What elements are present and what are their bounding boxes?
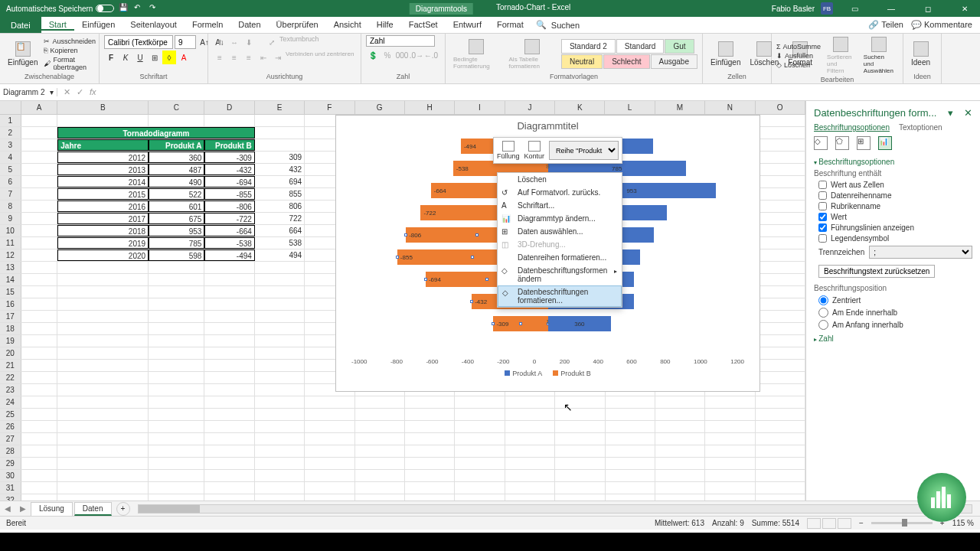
cell[interactable] (606, 409, 655, 420)
cell[interactable] (255, 139, 305, 151)
tab-format[interactable]: Format (489, 20, 531, 29)
cell[interactable] (255, 127, 305, 139)
cell[interactable] (405, 433, 455, 445)
cell[interactable] (555, 433, 605, 445)
bold-button[interactable]: F (104, 51, 118, 64)
cell[interactable] (255, 262, 305, 273)
ideas-button[interactable]: Ideen (908, 40, 933, 68)
cell[interactable]: Tornadodiagramm (57, 127, 254, 139)
cell[interactable] (21, 115, 58, 126)
cell[interactable] (405, 482, 455, 494)
maximize-icon[interactable]: ◻ (913, 0, 943, 17)
label-options-section[interactable]: Beschriftungsoptionen (814, 158, 972, 166)
cell[interactable]: 598 (149, 249, 204, 261)
col-header[interactable]: I (455, 101, 505, 114)
cell[interactable] (405, 470, 455, 481)
col-header[interactable]: N (705, 101, 755, 114)
cell[interactable] (57, 409, 149, 420)
cell[interactable] (655, 445, 705, 457)
cell[interactable] (204, 458, 254, 469)
cell[interactable] (655, 470, 705, 481)
cell[interactable] (21, 188, 58, 200)
cell[interactable] (149, 396, 204, 408)
cell[interactable] (149, 482, 204, 494)
cell[interactable] (57, 298, 149, 310)
cell[interactable] (655, 458, 705, 469)
cell[interactable]: 601 (149, 201, 204, 212)
cell[interactable] (149, 335, 204, 347)
cell[interactable] (57, 274, 149, 285)
tab-einfügen[interactable]: Einfügen (74, 20, 122, 29)
row-header[interactable]: 20 (0, 347, 21, 359)
cell[interactable] (655, 433, 705, 445)
page-break-icon[interactable] (838, 518, 851, 529)
cell[interactable]: 694 (255, 176, 305, 187)
cell[interactable] (21, 323, 58, 334)
cell[interactable] (204, 323, 254, 334)
context-menu-item[interactable]: Löschen (498, 173, 622, 186)
cell[interactable] (21, 384, 58, 396)
cell-style[interactable]: Ausgabe (651, 54, 697, 69)
cell[interactable] (756, 274, 805, 285)
tab-daten[interactable]: Daten (230, 20, 268, 29)
cell[interactable] (204, 421, 254, 432)
cell[interactable] (255, 482, 305, 494)
align-left-icon[interactable]: ≡ (213, 51, 227, 64)
cell[interactable] (204, 445, 254, 457)
cell[interactable] (21, 201, 58, 212)
cell[interactable] (455, 458, 505, 469)
cell[interactable] (204, 470, 254, 481)
increase-decimal-icon[interactable]: .0→ (410, 48, 423, 62)
tab-entwurf[interactable]: Entwurf (446, 20, 489, 29)
cell[interactable] (756, 433, 805, 445)
cancel-formula-icon[interactable]: ✕ (64, 87, 70, 97)
label-checkbox[interactable] (818, 191, 827, 200)
reset-label-text-button[interactable]: Beschriftungstext zurücksetzen (818, 265, 935, 278)
cell[interactable] (705, 458, 755, 469)
cell[interactable] (255, 433, 305, 445)
cell[interactable] (57, 311, 149, 322)
cell[interactable] (204, 433, 254, 445)
cell[interactable]: 487 (149, 164, 204, 175)
effects-icon[interactable]: ⬠ (835, 136, 849, 150)
row-header[interactable]: 9 (0, 213, 21, 224)
row-header[interactable]: 16 (0, 298, 21, 310)
col-header[interactable]: D (204, 101, 254, 114)
cell[interactable] (149, 115, 204, 126)
cell[interactable] (756, 494, 805, 500)
row-header[interactable]: 25 (0, 409, 21, 420)
cell[interactable] (204, 274, 254, 285)
fill-button[interactable]: Füllung (497, 141, 520, 160)
col-header[interactable]: C (149, 101, 204, 114)
cell[interactable] (305, 421, 354, 432)
cell[interactable] (149, 286, 204, 298)
row-header[interactable]: 26 (0, 421, 21, 432)
cell[interactable] (505, 421, 555, 432)
cell[interactable] (21, 372, 58, 383)
search-icon[interactable]: 🔍 (531, 20, 551, 30)
cell[interactable] (255, 409, 305, 420)
col-header[interactable]: J (505, 101, 555, 114)
cell[interactable] (355, 482, 405, 494)
tab-formeln[interactable]: Formeln (185, 20, 230, 29)
row-header[interactable]: 10 (0, 225, 21, 236)
border-button[interactable]: ⊞ (148, 51, 162, 64)
cell[interactable] (149, 458, 204, 469)
cell[interactable]: 309 (255, 152, 305, 163)
row-header[interactable]: 6 (0, 176, 21, 187)
sheet-tab[interactable]: Daten (74, 502, 112, 516)
cell[interactable] (555, 470, 605, 481)
cell[interactable] (204, 298, 254, 310)
cell[interactable] (756, 262, 805, 273)
indent-decrease-icon[interactable]: ⇤ (256, 51, 270, 64)
row-header[interactable]: 7 (0, 188, 21, 200)
cell[interactable] (505, 433, 555, 445)
chart-legend[interactable]: Produkt A Produkt B (336, 365, 760, 382)
row-header[interactable]: 2 (0, 127, 21, 139)
cell[interactable] (655, 494, 705, 500)
size-icon[interactable]: ⊞ (857, 136, 871, 150)
cell[interactable] (705, 482, 755, 494)
cell[interactable] (57, 396, 149, 408)
cell[interactable] (255, 384, 305, 396)
cell[interactable] (149, 494, 204, 500)
